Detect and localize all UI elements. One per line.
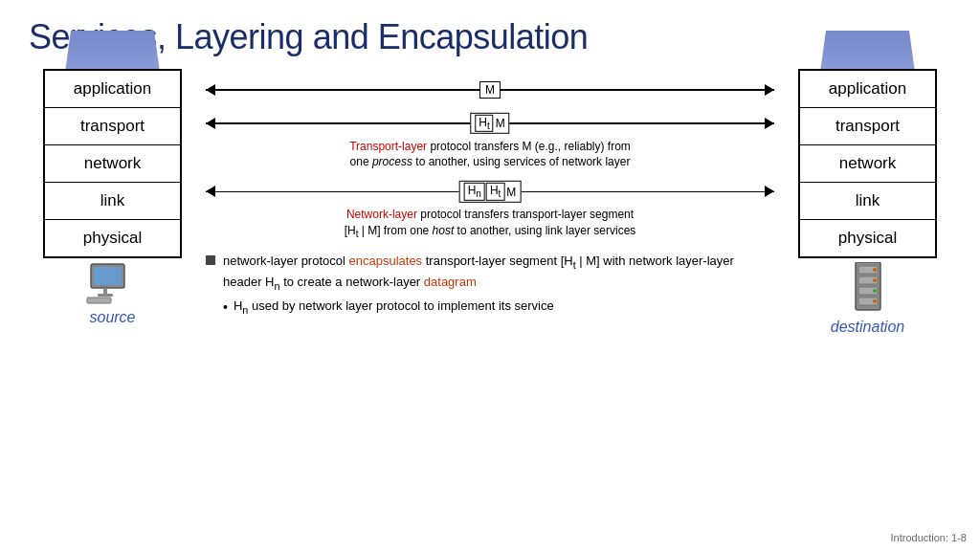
left-layer-network: network [45, 145, 180, 183]
bullets: network-layer protocol encapsulates tran… [206, 253, 774, 321]
arrow-hn-ht-m: Hn Ht M [206, 178, 774, 205]
right-layer-transport: transport [800, 108, 935, 145]
ht-box: Ht [475, 115, 493, 132]
right-stack: application transport network link physi… [784, 69, 951, 336]
badge-m: M [479, 81, 501, 99]
arrow-ht-m: Ht M [206, 110, 774, 137]
left-stack-box: application transport network link physi… [43, 69, 182, 258]
badge-hn-ht-m: Hn Ht M [459, 181, 522, 202]
arrow-row-1: M [206, 77, 774, 105]
right-stack-box: application transport network link physi… [798, 69, 937, 258]
destination-label: destination [831, 319, 904, 336]
source-label: source [89, 309, 135, 326]
slide-title: Services, Layering and Encapsulation [29, 17, 951, 57]
ht-sub3: t [356, 229, 359, 239]
bullet-sub: • Hn used by network layer protocol to i… [223, 298, 774, 318]
right-layer-network: network [800, 145, 935, 183]
badge-ht-m: Ht M [470, 113, 509, 134]
server-icon [848, 262, 888, 315]
arrow-m: M [206, 77, 774, 103]
svg-point-11 [873, 278, 877, 282]
transport-desc2: to another, using services of network la… [415, 155, 630, 168]
computer-icon [86, 262, 139, 305]
right-layer-application: application [800, 71, 935, 108]
arrow-row-3: Hn Ht M Network-layer protocol transfers… [206, 178, 774, 246]
page-number: Introduction: 1-8 [891, 532, 968, 543]
ht-sub4: t [573, 259, 576, 271]
bullet-text-before: network-layer protocol [223, 253, 349, 268]
svg-rect-4 [87, 298, 111, 303]
encapsulates-text: encapsulates [349, 253, 423, 268]
svg-point-12 [873, 289, 877, 293]
process-italic: process [372, 155, 412, 168]
sub-bullet-text: used by network layer protocol to implem… [248, 298, 553, 313]
network-desc2: to another, using link layer services [457, 224, 636, 237]
arrow-shaft-3: Hn Ht M [206, 191, 774, 193]
ht-box2: Ht [486, 183, 504, 200]
left-layer-physical: physical [45, 220, 180, 256]
bullet-dot: • [223, 298, 228, 317]
middle-content: M Ht M Transport-layer [196, 69, 784, 321]
slide: Services, Layering and Encapsulation app… [0, 0, 980, 551]
destination-icon-row [848, 262, 888, 315]
host-italic: host [433, 224, 455, 237]
m-text: M [496, 117, 505, 130]
arrow-shaft-2: Ht M [206, 122, 774, 124]
ht-sub2: t [499, 189, 501, 200]
bullet-sub-text: Hn used by network layer protocol to imp… [234, 298, 554, 318]
hn-sub: n [476, 189, 481, 200]
arrow-row-2: Ht M Transport-layer protocol transfers … [206, 110, 774, 175]
svg-rect-3 [98, 294, 113, 297]
arrow-shaft-1: M [206, 89, 774, 91]
datagram-text: datagram [424, 275, 477, 289]
svg-rect-1 [94, 267, 122, 285]
bullet-square-icon [206, 255, 215, 265]
source-icon-row [86, 262, 139, 305]
m-text2: M [506, 185, 516, 198]
svg-rect-2 [103, 288, 107, 295]
hn-sub2: n [274, 279, 279, 291]
arrow2-description: Transport-layer protocol transfers M (e.… [206, 139, 774, 169]
svg-point-10 [873, 268, 877, 272]
bullet-main-text: network-layer protocol encapsulates tran… [223, 253, 774, 294]
content-area: application transport network link physi… [29, 69, 951, 336]
left-stack: application transport network link physi… [29, 69, 196, 326]
transport-layer-label: Transport-layer [349, 140, 427, 153]
hn-ref: Hn [234, 298, 248, 313]
svg-point-13 [873, 299, 877, 303]
right-layer-physical: physical [800, 220, 935, 256]
network-layer-label: Network-layer [346, 208, 417, 221]
badge-m-text: M [485, 83, 495, 97]
ht-sub: t [487, 121, 490, 131]
arrow3-description: Network-layer protocol transfers transpo… [206, 207, 774, 240]
bullet-main: network-layer protocol encapsulates tran… [206, 253, 774, 294]
hn-box: Hn [464, 183, 485, 200]
left-layer-link: link [45, 183, 180, 220]
left-layer-transport: transport [45, 108, 180, 145]
left-layer-application: application [45, 71, 180, 108]
right-layer-link: link [800, 183, 935, 220]
